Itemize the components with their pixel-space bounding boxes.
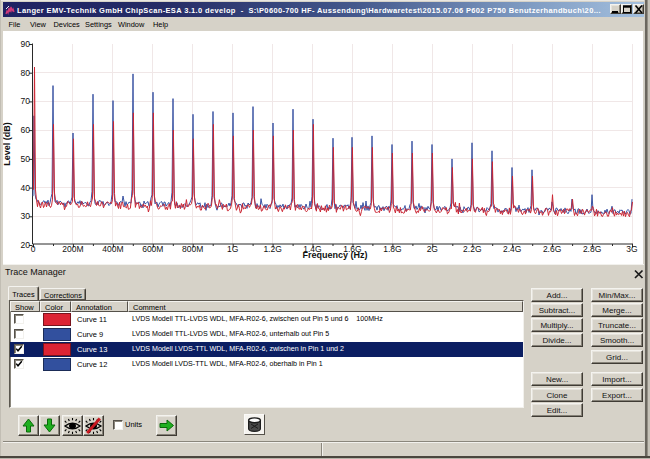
svg-text:3G: 3G [626,244,637,254]
svg-text:1G: 1G [227,244,238,254]
svg-text:70: 70 [21,96,31,106]
svg-text:50: 50 [21,154,31,164]
svg-text:40: 40 [21,183,31,193]
svg-text:20: 20 [21,240,31,250]
svg-text:80: 80 [21,68,31,78]
svg-text:Frequency (Hz): Frequency (Hz) [302,250,367,260]
svg-text:200M: 200M [62,244,83,254]
svg-text:2G: 2G [427,244,438,254]
svg-text:60: 60 [21,125,31,135]
svg-text:600M: 600M [142,244,163,254]
svg-text:0: 0 [31,244,36,254]
svg-text:2.8G: 2.8G [583,244,601,254]
svg-text:2.2G: 2.2G [463,244,481,254]
svg-text:800M: 800M [182,244,203,254]
svg-text:2.6G: 2.6G [543,244,561,254]
svg-text:400M: 400M [102,244,123,254]
svg-text:Level (dB): Level (dB) [3,122,12,166]
svg-text:1.8G: 1.8G [383,244,401,254]
svg-text:30: 30 [21,211,31,221]
svg-text:1.2G: 1.2G [263,244,281,254]
svg-text:2.4G: 2.4G [503,244,521,254]
svg-text:90: 90 [21,39,31,49]
